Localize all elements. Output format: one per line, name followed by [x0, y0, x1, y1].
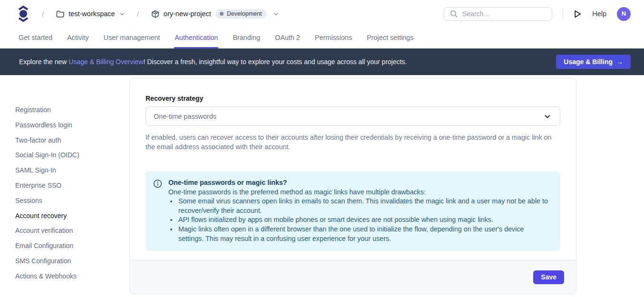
environment-badge: Development	[215, 9, 267, 19]
sidebar-item[interactable]: Sessions	[15, 193, 129, 209]
card-footer: Save	[130, 260, 576, 294]
breadcrumb: / test-workspace / ory-new-project Devel…	[42, 9, 291, 19]
ory-logo-icon[interactable]	[17, 6, 29, 22]
chevron-down-icon	[544, 113, 551, 120]
usage-billing-button[interactable]: Usage & Billing →	[556, 55, 631, 69]
recovery-strategy-label: Recovery strategy	[146, 95, 560, 102]
chevron-down-icon	[273, 11, 279, 17]
account-recovery-card: Recovery strategy One-time passwords If …	[129, 78, 576, 294]
recovery-strategy-select[interactable]: One-time passwords	[146, 106, 560, 126]
nav-tab[interactable]: User management	[103, 28, 160, 48]
sidebar-item[interactable]: Two-factor auth	[15, 133, 129, 148]
info-bullet: Some email virus scanners open links in …	[177, 197, 551, 215]
chevron-down-icon	[119, 11, 125, 17]
usage-billing-button-label: Usage & Billing	[564, 58, 613, 66]
play-icon[interactable]	[574, 10, 582, 19]
recovery-strategy-value: One-time passwords	[154, 113, 544, 120]
info-bullet-list: Some email virus scanners open links in …	[168, 197, 551, 243]
search-icon	[450, 10, 458, 18]
sidebar-item[interactable]: Passwordless login	[15, 118, 129, 133]
workspace-name: test-workspace	[68, 10, 115, 18]
arrow-right-icon: →	[616, 58, 623, 66]
nav-tab[interactable]: Project settings	[366, 28, 414, 48]
nav-tab[interactable]: Get started	[18, 28, 53, 48]
usage-billing-banner: Explore the new Usage & Billing Overview…	[0, 48, 644, 75]
info-bullet: Magic links often open in a different br…	[177, 225, 551, 243]
info-bullet: API flows initialized by apps on mobile …	[177, 215, 551, 225]
info-intro: One-time passwords is the preferred meth…	[168, 188, 551, 197]
sidebar-item[interactable]: SMS Configuration	[15, 254, 129, 269]
nav-tab[interactable]: Activity	[67, 28, 89, 48]
environment-label: Development	[227, 10, 262, 17]
workspace-switcher[interactable]: test-workspace	[56, 10, 125, 18]
sidebar-item[interactable]: Account verification	[15, 223, 129, 239]
nav-tab[interactable]: Branding	[232, 28, 261, 48]
sidebar-item[interactable]: Email Configuration	[15, 239, 129, 254]
sidebar-item[interactable]: Account recovery	[15, 209, 129, 224]
environment-dot-icon	[220, 12, 224, 16]
search-input[interactable]	[462, 10, 538, 18]
top-bar: / test-workspace / ory-new-project Devel…	[0, 0, 644, 28]
sidebar-item[interactable]: Actions & Webhooks	[15, 269, 129, 284]
sidebar-item[interactable]: Registration	[15, 103, 129, 118]
nav-tab[interactable]: OAuth 2	[274, 28, 301, 48]
avatar-initial: N	[622, 10, 626, 17]
main-nav-tabs: Get startedActivityUser managementAuthen…	[0, 28, 644, 48]
usage-billing-overview-link[interactable]: Usage & Billing Overview	[68, 58, 143, 66]
sidebar-item[interactable]: SAML Sign-In	[15, 163, 129, 178]
info-title: One-time passwords or magic links?	[168, 178, 551, 188]
breadcrumb-separator: /	[42, 10, 44, 18]
topbar-divider	[563, 8, 563, 19]
sidebar-item[interactable]: Social Sign-In (OIDC)	[15, 148, 129, 163]
folder-icon	[56, 10, 64, 18]
help-link[interactable]: Help	[592, 10, 606, 18]
save-button[interactable]: Save	[533, 270, 564, 284]
sidebar-item[interactable]: Enterprise SSO	[15, 178, 129, 193]
project-switcher[interactable]: ory-new-project Development	[151, 9, 279, 19]
project-name: ory-new-project	[164, 10, 211, 18]
nav-tab[interactable]: Authentication	[174, 28, 218, 48]
breadcrumb-separator: /	[137, 10, 139, 18]
search-box[interactable]	[444, 7, 552, 21]
nav-tab[interactable]: Permissions	[314, 28, 352, 48]
banner-text: Explore the new Usage & Billing Overview…	[19, 58, 407, 66]
package-icon	[151, 10, 159, 18]
info-callout: One-time passwords or magic links? One-t…	[146, 172, 560, 251]
info-icon	[153, 179, 162, 188]
recovery-strategy-description: If enabled, users can recover access to …	[146, 133, 560, 152]
user-avatar[interactable]: N	[617, 7, 631, 21]
authentication-sidebar: RegistrationPasswordless loginTwo-factor…	[0, 75, 129, 297]
banner-text-suffix: ! Discover a fresh, insightful way to ex…	[143, 58, 407, 66]
banner-text-prefix: Explore the new	[19, 58, 68, 66]
